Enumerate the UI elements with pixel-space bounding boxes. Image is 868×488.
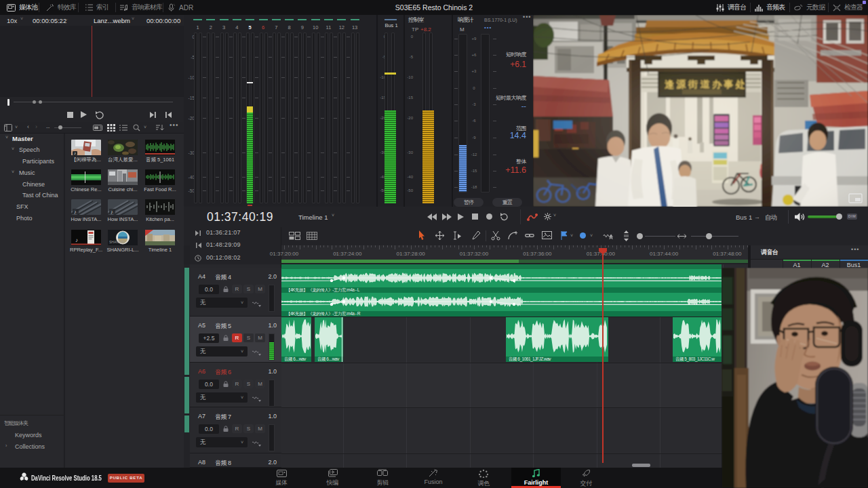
- svg-text:♪: ♪: [111, 209, 113, 214]
- svg-text:♪: ♪: [75, 237, 78, 243]
- svg-text:♪: ♪: [74, 209, 77, 214]
- svg-text:♪: ♪: [74, 151, 76, 155]
- svg-text:SHANGRI: SHANGRI: [109, 240, 125, 244]
